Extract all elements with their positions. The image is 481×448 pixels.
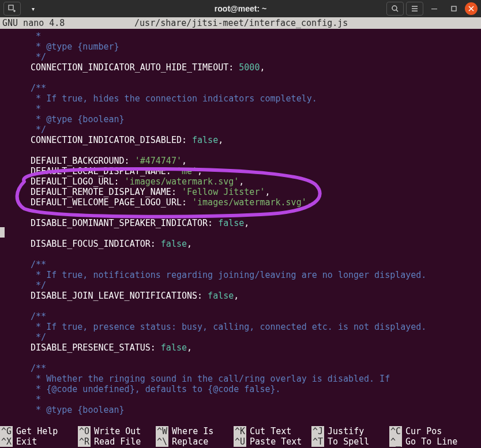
search-button[interactable] xyxy=(386,2,404,16)
titlebar-dropdown[interactable]: ▾ xyxy=(24,2,42,16)
menu-button[interactable] xyxy=(406,2,423,16)
shortcut-exit[interactable]: ^XExit xyxy=(0,436,78,447)
shortcut-justify[interactable]: ^JJustify xyxy=(311,426,389,436)
window-maximize[interactable] xyxy=(445,2,463,16)
shortcut-spell[interactable]: ^TTo Spell xyxy=(311,436,389,447)
svg-rect-0 xyxy=(9,5,13,10)
close-icon xyxy=(468,6,474,12)
shortcut-help[interactable]: ^GGet Help xyxy=(0,426,78,436)
window-close[interactable] xyxy=(465,2,478,15)
window-titlebar: ▾ root@meet: ~ ─ xyxy=(0,0,481,17)
window-title: root@meet: ~ xyxy=(119,4,362,13)
svg-rect-8 xyxy=(452,6,456,11)
hamburger-icon xyxy=(411,5,419,13)
file-path: /usr/share/jitsi-meet/interface_config.j… xyxy=(3,17,479,29)
shortcut-gotoline[interactable]: ^_Go To Line xyxy=(389,436,467,447)
window-minimize[interactable]: ─ xyxy=(426,2,443,16)
shortcut-row-2: ^XExit ^RRead File ^\Replace ^UPaste Tex… xyxy=(0,436,481,447)
shortcut-row-1: ^GGet Help ^OWrite Out ^WWhere Is ^KCut … xyxy=(0,426,481,436)
shortcut-whereis[interactable]: ^WWhere Is xyxy=(156,426,234,436)
svg-point-3 xyxy=(392,6,397,10)
cursor-indicator xyxy=(0,227,5,238)
search-icon xyxy=(391,5,399,13)
shortcut-readfile[interactable]: ^RRead File xyxy=(78,436,156,447)
svg-line-4 xyxy=(396,10,398,12)
shortcut-replace[interactable]: ^\Replace xyxy=(156,436,234,447)
shortcut-curpos[interactable]: ^CCur Pos xyxy=(389,426,467,436)
shortcut-writeout[interactable]: ^OWrite Out xyxy=(78,426,156,436)
maximize-icon xyxy=(451,6,457,12)
editor-content[interactable]: * * @type {number} */ CONNECTION_INDICAT… xyxy=(0,29,481,426)
nano-shortcut-bar: ^GGet Help ^OWrite Out ^WWhere Is ^KCut … xyxy=(0,426,481,448)
shortcut-paste[interactable]: ^UPaste Text xyxy=(234,436,311,447)
nano-header: GNU nano 4.8 /usr/share/jitsi-meet/inter… xyxy=(0,17,481,29)
terminal-newtab-icon xyxy=(8,5,16,13)
new-tab-button[interactable] xyxy=(3,2,21,16)
shortcut-cut[interactable]: ^KCut Text xyxy=(234,426,311,436)
